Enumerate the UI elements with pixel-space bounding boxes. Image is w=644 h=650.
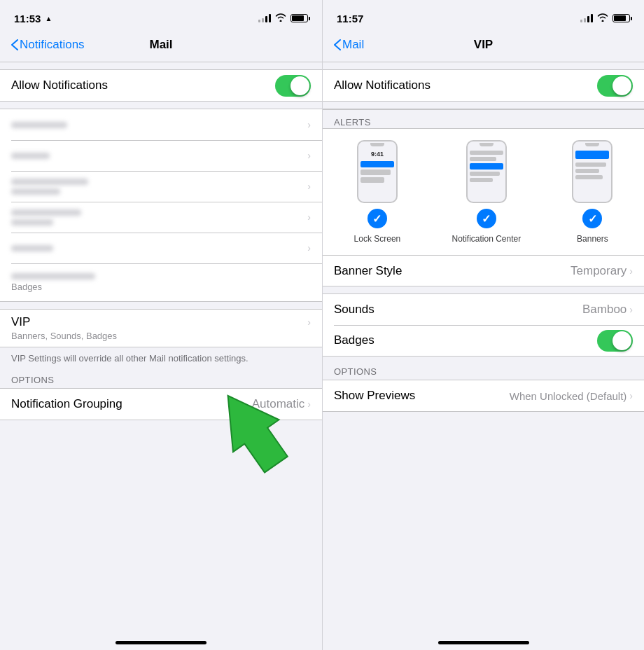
notification-grouping-label: Notification Grouping xyxy=(11,397,122,411)
options-section-label-left: OPTIONS xyxy=(0,369,322,388)
notification-center-label: Notification Center xyxy=(451,234,521,244)
alerts-section-label: ALERTS xyxy=(334,117,371,127)
notification-center-check: ✓ xyxy=(477,209,496,228)
notification-center-option[interactable]: ✓ Notification Center xyxy=(451,140,521,244)
banners-label: Banners xyxy=(577,234,608,244)
home-indicator-left xyxy=(115,641,206,644)
sounds-badges-group: Sounds Bamboo › Badges xyxy=(323,293,644,357)
allow-notifications-toggle-left[interactable] xyxy=(275,75,311,97)
signal-icon-right xyxy=(580,14,593,22)
banners-check: ✓ xyxy=(582,209,602,228)
badges-label-right: Badges xyxy=(334,333,374,347)
battery-icon-right xyxy=(612,14,630,22)
banners-thumb xyxy=(572,140,612,203)
list-item[interactable]: › xyxy=(0,202,322,233)
banner-style-label: Banner Style xyxy=(334,264,402,278)
sounds-label: Sounds xyxy=(334,303,374,317)
nav-bar-left: Notifications Mail xyxy=(0,31,322,62)
status-time-right: 11:57 xyxy=(337,13,363,25)
alert-options-container: 9:41 ✓ Lock Screen xyxy=(323,128,644,255)
notification-center-thumb xyxy=(466,140,507,203)
list-item[interactable]: › xyxy=(0,140,322,171)
allow-notifications-group-right: Allow Notifications xyxy=(323,69,644,102)
back-button-left[interactable]: Notifications xyxy=(11,38,85,52)
status-bar-right: 11:57 xyxy=(323,0,644,31)
show-previews-group: Show Previews When Unlocked (Default) › xyxy=(323,380,644,412)
lock-screen-option[interactable]: 9:41 ✓ Lock Screen xyxy=(354,140,401,244)
wifi-icon xyxy=(275,13,286,24)
location-arrow-icon: ▲ xyxy=(45,15,52,22)
notification-grouping-row[interactable]: Notification Grouping Automatic › xyxy=(0,389,322,420)
allow-notifications-group-left: Allow Notifications xyxy=(0,69,322,102)
sounds-row[interactable]: Sounds Bamboo › xyxy=(323,294,644,325)
lock-screen-label: Lock Screen xyxy=(354,234,401,244)
vip-group: VIP › Banners, Sounds, Badges xyxy=(0,309,322,347)
notification-grouping-value: Automatic xyxy=(252,397,305,411)
vip-row[interactable]: VIP › Banners, Sounds, Badges xyxy=(0,310,322,347)
options-section-label-right: OPTIONS xyxy=(323,361,644,380)
status-icons-left xyxy=(258,13,308,24)
left-phone-panel: 11:53 ▲ Notifications Mail xyxy=(0,0,322,650)
page-title-right: VIP xyxy=(474,38,493,52)
home-indicator-right xyxy=(438,641,529,644)
wifi-icon-right xyxy=(597,13,608,24)
list-item[interactable]: › xyxy=(0,109,322,140)
allow-notifications-label-left: Allow Notifications xyxy=(11,78,108,92)
status-time-left: 11:53 ▲ xyxy=(14,13,52,25)
show-previews-row[interactable]: Show Previews When Unlocked (Default) › xyxy=(323,380,644,411)
notification-grouping-group: Notification Grouping Automatic › xyxy=(0,388,322,420)
right-phone-panel: 11:57 Mail VIP xyxy=(322,0,644,650)
badges-sublabel: Badges xyxy=(11,282,42,292)
allow-notifications-row-right: Allow Notifications xyxy=(323,70,644,101)
show-previews-value: When Unlocked (Default) xyxy=(510,390,627,402)
status-icons-right xyxy=(580,13,630,24)
badges-row-right: Badges xyxy=(323,325,644,356)
vip-label: VIP xyxy=(11,315,30,329)
battery-icon xyxy=(290,14,308,22)
sounds-value: Bamboo xyxy=(582,303,626,317)
list-item[interactable]: › xyxy=(0,171,322,202)
list-item[interactable]: › xyxy=(0,233,322,263)
banners-option[interactable]: ✓ Banners xyxy=(572,140,612,244)
banner-style-value: Temporary xyxy=(570,264,626,278)
allow-notifications-toggle-right[interactable] xyxy=(597,75,633,97)
show-previews-label: Show Previews xyxy=(334,389,415,403)
phone-thumbnails: 9:41 ✓ Lock Screen xyxy=(328,140,638,244)
back-button-right[interactable]: Mail xyxy=(334,38,364,52)
allow-notifications-label-right: Allow Notifications xyxy=(334,78,430,92)
lock-screen-thumb: 9:41 xyxy=(357,140,398,203)
blurred-rows-group: › › › › xyxy=(0,109,322,302)
badges-row[interactable]: Badges xyxy=(0,263,322,301)
allow-notifications-row-left: Allow Notifications xyxy=(0,70,322,101)
alerts-group: ALERTS 9:41 ✓ Loc xyxy=(323,109,644,286)
badges-toggle-right[interactable] xyxy=(597,330,633,352)
page-title-left: Mail xyxy=(149,38,172,52)
status-bar-left: 11:53 ▲ xyxy=(0,0,322,31)
vip-subtitle: Banners, Sounds, Badges xyxy=(11,331,117,341)
nav-bar-right: Mail VIP xyxy=(323,31,644,62)
signal-icon xyxy=(258,14,271,22)
lock-screen-check: ✓ xyxy=(368,209,387,228)
vip-footer: VIP Settings will override all other Mai… xyxy=(0,347,322,369)
banner-style-row[interactable]: Banner Style Temporary › xyxy=(323,255,644,286)
